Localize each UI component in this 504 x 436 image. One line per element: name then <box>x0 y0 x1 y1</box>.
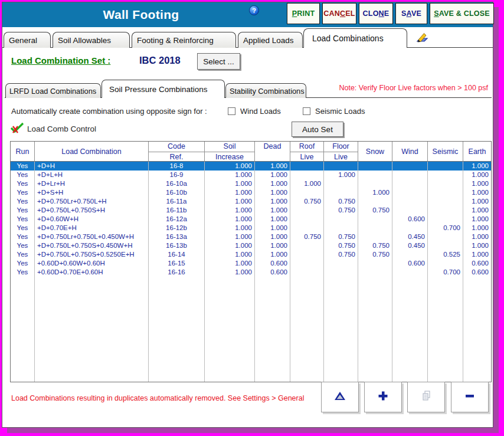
table-row[interactable]: Yes+D+Lr+H16-10a1.0001.0001.0001.000 <box>11 179 491 188</box>
table-row[interactable]: Yes+D+0.750Lr+0.750L+0.450W+H16-13a1.000… <box>11 232 491 241</box>
duplicates-note: Load Combinations resulting in duplicate… <box>11 394 304 402</box>
table-cell <box>324 188 358 197</box>
table-cell: 0.750 <box>324 206 358 215</box>
table-cell: +D+H <box>35 162 149 171</box>
table-cell: 1.000 <box>463 171 491 179</box>
table-cell <box>290 215 324 224</box>
auto-set-button[interactable]: Auto Set <box>292 122 343 137</box>
table-cell <box>428 162 463 171</box>
table-cell: Yes <box>11 259 35 268</box>
copy-row-button[interactable] <box>407 382 445 412</box>
table-row[interactable]: Yes+0.60D+0.60W+0.60H16-151.0000.6000.60… <box>11 259 491 268</box>
save-button[interactable]: SAVE <box>395 3 427 24</box>
table-cell <box>392 162 428 171</box>
table-row[interactable]: Yes+D+S+H16-10b1.0001.0001.0001.000 <box>11 188 491 197</box>
table-cell: +D+L+H <box>35 171 149 179</box>
table-cell <box>324 259 358 268</box>
table-row[interactable]: Yes+D+0.70E+H16-12b1.0001.0000.7001.000 <box>11 224 491 232</box>
table-cell: 0.450 <box>392 241 428 250</box>
table-row[interactable]: Yes+D+0.750L+0.750S+0.5250E+H16-141.0001… <box>11 250 491 259</box>
table-cell <box>290 268 324 277</box>
add-row-button[interactable] <box>364 382 402 412</box>
help-icon[interactable]: ? <box>249 5 259 15</box>
move-up-triangle-icon <box>333 390 346 404</box>
select-button[interactable]: Select ... <box>197 53 240 70</box>
cancel-button[interactable]: CANCEL <box>322 3 356 24</box>
save-and-close-button[interactable]: SAVE & CLOSE <box>430 3 494 24</box>
table-row[interactable]: Yes+D+H16-81.0001.0001.000 <box>11 162 491 171</box>
print-button[interactable]: PRINT <box>287 3 320 24</box>
table-cell: Yes <box>11 241 35 250</box>
table-cell: 0.600 <box>392 259 428 268</box>
tab-footing-reinforcing[interactable]: Footing & Reinforcing <box>132 32 236 48</box>
tab-soil-allowables[interactable]: Soil Allowables <box>53 32 130 48</box>
remove-row-button[interactable] <box>451 382 489 412</box>
table-cell: 0.750 <box>324 197 358 206</box>
filler-cell <box>428 277 463 382</box>
save-label: SAVE <box>401 9 421 18</box>
table-cell: +0.60D+0.70E+0.60H <box>35 268 149 277</box>
table-cell: 1.000 <box>255 224 290 232</box>
table-cell: 0.750 <box>358 250 392 259</box>
titlebar-buttons: PRINT CANCEL CLONE SAVE SAVE & CLOSE <box>287 3 494 24</box>
table-cell: 0.600 <box>255 259 290 268</box>
subtab-stability-combinations[interactable]: Stability Combinations <box>225 83 306 98</box>
table-row[interactable]: Yes+D+0.750L+0.750S+H16-11b1.0001.0000.7… <box>11 206 491 215</box>
tab-applied-loads[interactable]: Applied Loads <box>238 32 303 48</box>
table-cell <box>358 171 392 179</box>
subtab-lrfd-load-combinations[interactable]: LRFD Load Combinations <box>5 83 101 98</box>
filler-cell <box>392 277 428 382</box>
table-cell <box>324 179 358 188</box>
table-cell: 1.000 <box>463 197 491 206</box>
table-cell: Yes <box>11 171 35 179</box>
table-cell <box>428 215 463 224</box>
table-cell: +0.60D+0.60W+0.60H <box>35 259 149 268</box>
header-code-ref: CodeRef. <box>149 142 205 161</box>
subtab-soil-pressure-combinations[interactable]: Soil Pressure Combinations <box>102 80 225 98</box>
table-row[interactable]: Yes+D+0.750Lr+0.750L+H16-11a1.0001.0000.… <box>11 197 491 206</box>
table-cell: Yes <box>11 268 35 277</box>
load-combinations-table: Run Load Combination CodeRef. SoilIncrea… <box>10 141 492 382</box>
table-cell <box>358 215 392 224</box>
table-cell: 1.000 <box>255 215 290 224</box>
table-cell: 1.000 <box>255 206 290 215</box>
copy-icon <box>420 390 432 404</box>
table-cell <box>290 241 324 250</box>
table-cell: Yes <box>11 215 35 224</box>
move-up-button[interactable] <box>321 382 359 412</box>
table-cell <box>324 215 358 224</box>
table-cell <box>358 179 392 188</box>
clone-button[interactable]: CLONE <box>359 3 393 24</box>
table-cell: 0.750 <box>324 250 358 259</box>
table-cell <box>358 162 392 171</box>
table-cell: 1.000 <box>205 171 255 179</box>
table-cell <box>290 162 324 171</box>
wind-loads-label: Wind Loads <box>240 107 281 116</box>
tab-load-combinations[interactable]: Load Combinations <box>303 28 407 48</box>
table-cell <box>290 250 324 259</box>
table-row[interactable]: Yes+D+0.750L+0.750S+0.450W+H16-13b1.0001… <box>11 241 491 250</box>
table-body: Yes+D+H16-81.0001.0001.000Yes+D+L+H16-91… <box>11 162 491 277</box>
table-cell: 1.000 <box>255 179 290 188</box>
tab-general[interactable]: General <box>4 32 51 48</box>
header-dead: Dead <box>255 142 290 161</box>
table-cell: +D+0.750L+0.750S+0.450W+H <box>35 241 149 250</box>
table-cell: 16-9 <box>149 171 205 179</box>
table-row[interactable]: Yes+0.60D+0.70E+0.60H16-161.0000.6000.70… <box>11 268 491 277</box>
table-cell: Yes <box>11 224 35 232</box>
table-row[interactable]: Yes+D+L+H16-91.0001.0001.0001.000 <box>11 171 491 179</box>
table-cell: 1.000 <box>358 188 392 197</box>
table-cell <box>392 206 428 215</box>
edit-pencil-icon[interactable] <box>415 30 430 43</box>
auto-create-label: Automatically create combination using o… <box>11 107 207 116</box>
header-load-combination: Load Combination <box>35 142 149 161</box>
table-cell: +D+Lr+H <box>35 179 149 188</box>
filler-cell <box>255 277 290 382</box>
wind-loads-checkbox[interactable] <box>228 107 235 115</box>
table-cell: 16-12a <box>149 215 205 224</box>
table-cell: Yes <box>11 232 35 241</box>
table-row[interactable]: Yes+D+0.60W+H16-12a1.0001.0000.6001.000 <box>11 215 491 224</box>
table-cell: 16-13b <box>149 241 205 250</box>
table-cell: 1.000 <box>205 188 255 197</box>
seismic-loads-checkbox[interactable] <box>303 107 310 115</box>
